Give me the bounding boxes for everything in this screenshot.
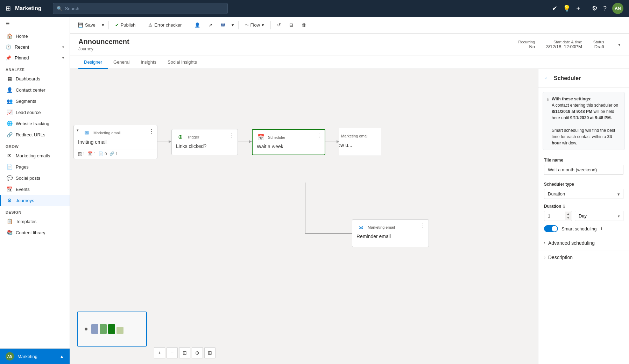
node-menu-branch[interactable]: ⋮ (420, 222, 426, 229)
zoom-in-button[interactable]: + (154, 347, 165, 358)
check-circle-icon[interactable]: ✔ (552, 5, 557, 12)
sidebar: ☰ 🏠 Home 🕐 Recent ▾ 📌 Pinned ▾ Analyze ▦… (0, 17, 70, 364)
sidebar-item-contact-center[interactable]: 👤 Contact center (0, 84, 70, 95)
node-menu-3[interactable]: ⋮ (316, 133, 322, 139)
word-btn[interactable]: W (217, 20, 228, 30)
refresh-button[interactable]: ↺ (274, 20, 284, 30)
sidebar-item-pinned[interactable]: 📌 Pinned ▾ (0, 52, 70, 63)
word-chevron-button[interactable]: ▾ (230, 20, 235, 30)
zoom-out-button[interactable]: − (167, 347, 178, 358)
user-profile-item[interactable]: AN Marketing ▲ (0, 349, 70, 364)
sidebar-item-website-tracking[interactable]: 🌐 Website tracking (0, 118, 70, 129)
user-avatar[interactable]: AN (612, 3, 623, 14)
camera-button[interactable]: ⊙ (192, 347, 203, 358)
icon-btn-1[interactable]: 👤 (191, 20, 204, 30)
node-type-4: Marketing email (341, 134, 368, 138)
node-name-1: Inviting email (74, 139, 157, 148)
delete-button[interactable]: 🗑 (298, 20, 310, 30)
sidebar-item-pages[interactable]: 📄 Pages (0, 161, 70, 172)
search-placeholder: Search (65, 6, 79, 11)
tab-social-insights[interactable]: Social Insights (162, 56, 203, 69)
sidebar-item-home[interactable]: 🏠 Home (0, 30, 70, 42)
page-meta: Recurring No Start date & time 3/12/18, … (518, 40, 621, 49)
lead-source-icon: 📈 (7, 109, 12, 115)
sidebar-item-marketing-emails[interactable]: ✉ Marketing emails (0, 150, 70, 161)
content-area: 💾 Save ▾ ✔ Publish ⚠ Error checker 👤 ↗ (70, 17, 629, 364)
add-icon[interactable]: + (576, 5, 580, 13)
panel-title: Scheduler (554, 75, 581, 81)
dashboards-icon: ▦ (7, 76, 12, 81)
publish-button[interactable]: ✔ Publish (112, 20, 139, 30)
node-menu-2[interactable]: ⋮ (229, 132, 235, 139)
duration-spin-down[interactable]: ▼ (565, 216, 571, 221)
nodes-row: ▾ ⋮ ✉ Marketing email Inviting email 🖼1 (73, 125, 538, 159)
lightbulb-icon[interactable]: 💡 (563, 5, 571, 12)
node-type-1: Marketing email (93, 131, 121, 135)
save-button[interactable]: 💾 Save (74, 20, 99, 30)
designer-layout: ▾ ⋮ ✉ Marketing email Inviting email 🖼1 (70, 69, 629, 364)
node-reminder-email[interactable]: ⋮ ✉ Marketing email Reminder email (352, 219, 429, 247)
pages-icon: 📄 (7, 164, 12, 170)
duration-unit-select[interactable]: Day Week Month (575, 211, 623, 221)
node-collapse-icon[interactable]: ▾ (77, 128, 79, 133)
flow-button[interactable]: ⤳ Flow ▾ (241, 20, 268, 30)
tab-insights[interactable]: Insights (135, 56, 162, 69)
smart-scheduling-toggle[interactable] (544, 225, 558, 232)
sidebar-item-redirect-urls[interactable]: 🔗 Redirect URLs (0, 129, 70, 140)
node-menu-1[interactable]: ⋮ (149, 128, 154, 135)
tab-designer[interactable]: Designer (78, 56, 108, 69)
main-layout: ☰ 🏠 Home 🕐 Recent ▾ 📌 Pinned ▾ Analyze ▦… (0, 17, 629, 364)
sidebar-item-journeys[interactable]: ⚙ Journeys (0, 195, 70, 206)
redirect-urls-icon: 🔗 (7, 132, 12, 137)
email-icon-branch: ✉ (356, 223, 365, 231)
node-stat-link: 🔗1 (109, 151, 118, 156)
tile-name-input[interactable] (544, 165, 623, 175)
website-tracking-icon: 🌐 (7, 121, 12, 126)
sidebar-item-social-posts[interactable]: 💬 Social posts (0, 172, 70, 184)
node-trigger[interactable]: ⋮ ⊕ Trigger Links clicked? (171, 129, 238, 155)
node-type-2: Trigger (187, 135, 199, 139)
tab-general[interactable]: General (108, 56, 135, 69)
app-grid-icon[interactable]: ⊞ (6, 5, 11, 12)
help-icon[interactable]: ? (603, 5, 607, 12)
image-icon: 🖼 (78, 152, 82, 156)
branch-node-container: ⋮ ✉ Marketing email Reminder email (352, 219, 429, 247)
sidebar-toggle[interactable]: ☰ (0, 17, 70, 30)
description-expandable[interactable]: › Description (538, 250, 629, 264)
duration-unit-select-wrap: Day Week Month ▾ (575, 211, 623, 221)
sidebar-item-content-library[interactable]: 📚 Content library (0, 227, 70, 238)
fit-button[interactable]: ⊡ (179, 347, 190, 358)
scheduler-type-select[interactable]: Duration Date & time Day of week (544, 189, 623, 199)
panel-back-button[interactable]: ← (544, 74, 550, 82)
connector-3-4 (325, 142, 339, 142)
sidebar-item-dashboards[interactable]: ▦ Dashboards (0, 73, 70, 84)
duration-info-icon: ℹ (563, 204, 565, 209)
icon-btn-2[interactable]: ↗ (205, 20, 216, 30)
sidebar-item-segments[interactable]: 👥 Segments (0, 95, 70, 107)
sidebar-item-lead-source[interactable]: 📈 Lead source (0, 107, 70, 118)
canvas-area[interactable]: ▾ ⋮ ✉ Marketing email Inviting email 🖼1 (70, 69, 538, 364)
content-library-icon: 📚 (7, 230, 12, 235)
sidebar-item-recent[interactable]: 🕐 Recent ▾ (0, 42, 70, 52)
advanced-scheduling-expandable[interactable]: › Advanced scheduling (538, 236, 629, 250)
description-chevron-icon: › (544, 255, 545, 260)
preview-button[interactable]: ⊟ (286, 20, 297, 30)
right-panel: ← Scheduler ℹ With these settings: A con… (538, 69, 629, 364)
sidebar-item-templates[interactable]: 📋 Templates (0, 216, 70, 227)
trigger-icon: ⊕ (176, 133, 184, 141)
node-follow-up[interactable]: ✉ Marketing email Follow u... (339, 128, 381, 156)
map-button[interactable]: ⊞ (204, 347, 215, 358)
settings-icon[interactable]: ⚙ (592, 5, 598, 12)
node-scheduler[interactable]: ⋮ 📅 Scheduler Wait a week (252, 129, 325, 155)
save-chevron-button[interactable]: ▾ (100, 20, 106, 30)
node-type-3: Scheduler (268, 135, 285, 140)
minimap (77, 312, 147, 347)
search-bar[interactable]: 🔍 Search (53, 3, 228, 14)
error-checker-button[interactable]: ⚠ Error checker (145, 20, 185, 30)
sidebar-item-events[interactable]: 📅 Events (0, 184, 70, 195)
page-subtitle: Journey (78, 47, 129, 51)
minimap-blocks (91, 324, 123, 334)
duration-spin-up[interactable]: ▲ (565, 212, 571, 216)
node-inviting-email[interactable]: ▾ ⋮ ✉ Marketing email Inviting email 🖼1 (73, 125, 157, 159)
meta-chevron-icon[interactable]: ▾ (618, 42, 621, 47)
